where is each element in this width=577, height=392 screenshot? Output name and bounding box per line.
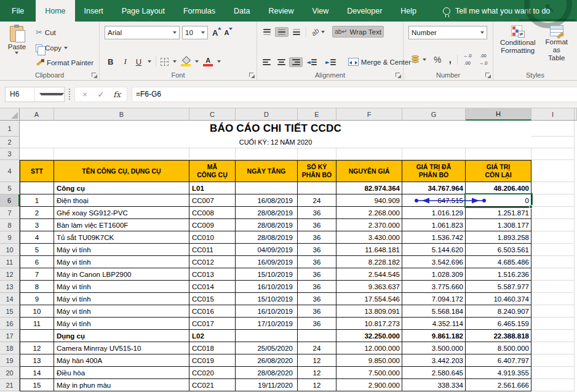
cell-C7[interactable]: CC008 (189, 207, 236, 219)
cell-E20[interactable]: 12 (298, 367, 336, 379)
percent-style-button[interactable] (432, 54, 443, 66)
cell-D17[interactable] (236, 330, 298, 342)
format-painter-button[interactable]: Format Painter (34, 58, 95, 68)
cell-C6[interactable]: CC007 (189, 194, 236, 207)
cell-I21[interactable] (531, 379, 575, 391)
underline-button[interactable]: U (134, 57, 143, 66)
cell-D20[interactable]: 28/08/2020 (236, 367, 298, 379)
cell-G19[interactable]: 3.442.203 (402, 354, 466, 367)
cell-G12[interactable]: 1.028.309 (402, 268, 466, 281)
cell-H4[interactable]: GIÁ TRỊ CÒN LẠI (466, 160, 531, 182)
row-header-4[interactable]: 4 (0, 160, 20, 182)
cell-I11[interactable] (531, 256, 575, 268)
cell-A16[interactable]: 11 (20, 318, 54, 330)
cell-F5[interactable]: 82.974.364 (336, 182, 402, 194)
cell-A14[interactable]: 9 (20, 293, 54, 305)
cell-F4[interactable]: NGUYÊN GIÁ (336, 160, 402, 182)
cell-E5[interactable] (298, 182, 336, 194)
cell-A8[interactable]: 3 (20, 219, 54, 231)
cell-H16[interactable]: 6.465.159 (466, 318, 531, 330)
cell-E16[interactable]: 36 (298, 318, 336, 330)
accounting-format-button[interactable] (408, 54, 428, 65)
cell-H19[interactable]: 6.407.797 (466, 354, 531, 367)
cell-B6[interactable]: Điện thoại (54, 194, 189, 207)
cut-button[interactable]: ✂Cut (34, 26, 95, 38)
cell-I14[interactable] (531, 293, 575, 305)
row-header-3[interactable]: 3 (0, 148, 20, 160)
tab-data[interactable]: Data (225, 0, 259, 22)
cell-C8[interactable]: CC009 (189, 219, 236, 231)
borders-button[interactable] (161, 58, 169, 66)
cell-D9[interactable]: 28/08/2019 (236, 231, 298, 244)
row-header-19[interactable]: 19 (0, 354, 20, 367)
font-color-button[interactable]: A (203, 57, 213, 66)
cell-C19[interactable]: CC019 (189, 354, 236, 367)
copy-button[interactable]: Copy (34, 43, 95, 54)
font-size-select[interactable]: 10 (182, 26, 208, 39)
cell-I1[interactable] (531, 121, 575, 137)
row-header-7[interactable]: 7 (0, 207, 20, 219)
cell-F19[interactable]: 9.850.000 (336, 354, 402, 367)
cell-I3[interactable] (531, 148, 575, 160)
cell-E14[interactable]: 36 (298, 293, 336, 305)
row-header-17[interactable]: 17 (0, 330, 20, 342)
wrap-text-button[interactable]: abWrap Text (332, 26, 384, 38)
cell-B9[interactable]: Tủ sắt TU09K7CK (54, 231, 189, 244)
bold-button[interactable]: B (105, 57, 116, 66)
cell-H17[interactable]: 22.388.818 (466, 330, 531, 342)
cell-G3[interactable] (402, 148, 466, 160)
row-header-5[interactable]: 5 (0, 182, 20, 194)
cell-E13[interactable]: 36 (298, 281, 336, 293)
paste-button[interactable]: Paste (4, 25, 30, 70)
cell-E8[interactable]: 36 (298, 219, 336, 231)
cell-D8[interactable]: 28/08/2019 (236, 219, 298, 231)
cell-H5[interactable]: 48.206.400 (466, 182, 531, 194)
cell-C15[interactable]: CC016 (189, 305, 236, 318)
cell-H3[interactable] (466, 148, 531, 160)
cell-I15[interactable] (531, 305, 575, 318)
cell-E11[interactable]: 36 (298, 256, 336, 268)
cell-A17[interactable] (20, 330, 54, 342)
cell-G20[interactable]: 2.580.645 (402, 367, 466, 379)
row-header-1[interactable]: 1 (0, 121, 20, 137)
column-header-overflow[interactable] (575, 108, 577, 121)
cell-G8[interactable]: 1.061.823 (402, 219, 466, 231)
comma-style-button[interactable] (447, 53, 453, 66)
cell-E15[interactable]: 36 (298, 305, 336, 318)
cell-D12[interactable]: 15/10/2019 (236, 268, 298, 281)
cell-D10[interactable]: 04/09/2019 (236, 244, 298, 256)
cell-F9[interactable]: 3.430.000 (336, 231, 402, 244)
number-dialog-launcher[interactable] (485, 73, 491, 78)
row-header-15[interactable]: 15 (0, 305, 20, 318)
cell-H15[interactable]: 8.240.907 (466, 305, 531, 318)
cell-G15[interactable]: 5.568.184 (402, 305, 466, 318)
format-as-table-button[interactable]: Format as Table (540, 25, 573, 70)
align-center-button[interactable] (275, 58, 287, 66)
font-dialog-launcher[interactable] (249, 73, 255, 78)
cell-A12[interactable]: 7 (20, 268, 54, 281)
cell-C4[interactable]: MÃ CÔNG CỤ (189, 160, 236, 182)
cell-G18[interactable]: 3.500.000 (402, 342, 466, 354)
cell-E17[interactable] (298, 330, 336, 342)
cell-E19[interactable]: 12 (298, 354, 336, 367)
cell-C18[interactable]: CC018 (189, 342, 236, 354)
cell-I2[interactable] (531, 137, 575, 148)
cell-B7[interactable]: Ghế xoay SG912-PVC (54, 207, 189, 219)
cell-E21[interactable]: 12 (298, 379, 336, 391)
orientation-button[interactable]: ab (309, 27, 327, 37)
tab-developer[interactable]: Developer (338, 0, 391, 22)
cell-C21[interactable]: CC021 (189, 379, 236, 391)
row-header-11[interactable]: 11 (0, 256, 20, 268)
cell-E7[interactable]: 36 (298, 207, 336, 219)
cell-H8[interactable]: 1.308.177 (466, 219, 531, 231)
cell-D7[interactable]: 28/08/2019 (236, 207, 298, 219)
cell-G10[interactable]: 5.144.620 (402, 244, 466, 256)
cell-D4[interactable]: NGÀY TĂNG (236, 160, 298, 182)
cell-G9[interactable]: 1.536.742 (402, 231, 466, 244)
cell-G7[interactable]: 1.016.129 (402, 207, 466, 219)
tab-view[interactable]: View (303, 0, 338, 22)
cell-A10[interactable]: 5 (20, 244, 54, 256)
cell-B13[interactable]: Máy vi tính (54, 281, 189, 293)
row-header-14[interactable]: 14 (0, 293, 20, 305)
cell-B15[interactable]: Máy vi tính (54, 305, 189, 318)
